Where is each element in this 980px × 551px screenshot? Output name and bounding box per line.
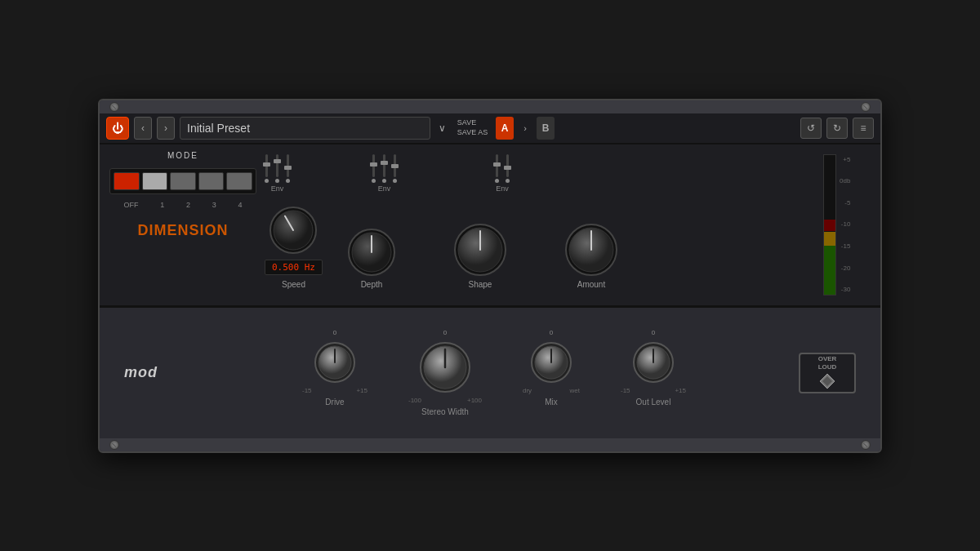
- top-bar: ⏻ ‹ › Initial Preset ∨ SAVE SAVE AS A › …: [100, 113, 880, 144]
- speed-knob-unit: 0.500 Hz Speed: [265, 206, 323, 289]
- overloud-logo: OVER LOUD: [799, 353, 856, 393]
- ab-a-button[interactable]: A: [496, 117, 514, 140]
- drive-knob[interactable]: [314, 341, 356, 384]
- shape-knob[interactable]: [453, 223, 507, 277]
- screw-tr: [861, 102, 871, 112]
- ab-arrow: ›: [519, 117, 532, 140]
- lower-section: mod 0 -15: [100, 308, 880, 438]
- vu-meter-section: +5 0db -5 -10 -15 -20 -30: [823, 154, 864, 295]
- drive-range: -15 +15: [302, 387, 368, 394]
- shape-slider-group: Env: [495, 154, 510, 193]
- speed-display: 0.500 Hz: [265, 260, 323, 275]
- mode-buttons: [109, 168, 256, 194]
- mode-4-btn[interactable]: [226, 172, 252, 190]
- rack-rail-top: [100, 100, 880, 113]
- mode-label: MODE: [109, 151, 256, 160]
- mix-range: dry wet: [523, 387, 580, 394]
- drive-knob-unit: 0 -15 +15: [302, 329, 368, 416]
- ab-b-button[interactable]: B: [537, 117, 555, 140]
- vu-scale: +5 0db -5 -10 -15 -20 -30: [840, 154, 850, 295]
- stereo-knob-unit: 0 -100 +100 Stereo Width: [408, 329, 482, 416]
- preset-name[interactable]: Initial Preset: [180, 117, 430, 140]
- outlevel-knob[interactable]: [632, 341, 675, 384]
- left-panel: MODE OFF 1 2 3 4 DIMENSION: [109, 151, 256, 295]
- mix-knob-unit: 0 dry wet Mix: [523, 329, 580, 416]
- speed-slider-2[interactable]: [275, 154, 279, 183]
- dimension-label: DIMENSION: [109, 222, 256, 239]
- next-icon: ›: [164, 122, 167, 134]
- shape-label: Shape: [469, 280, 492, 289]
- speed-slider-1[interactable]: [265, 154, 269, 183]
- mode-off-btn[interactable]: [114, 172, 140, 190]
- rack-rail-bottom: [100, 438, 880, 451]
- redo-button[interactable]: ↻: [826, 118, 848, 139]
- speed-knob[interactable]: [269, 206, 318, 255]
- save-group[interactable]: SAVE SAVE AS: [454, 118, 491, 137]
- shape-slider-1[interactable]: [495, 154, 499, 183]
- lower-knobs: 0 -15 +15: [189, 329, 799, 416]
- prev-icon: ‹: [141, 122, 145, 134]
- outlevel-knob-unit: 0 -15 +15 Out Level: [621, 329, 686, 416]
- speed-env-label: Env: [271, 184, 284, 193]
- depth-env-label: Env: [378, 184, 391, 193]
- stereo-label: Stereo Width: [421, 407, 469, 416]
- drive-label: Drive: [325, 398, 344, 407]
- amount-knob-unit: Amount: [564, 223, 618, 289]
- plugin-container: ⏻ ‹ › Initial Preset ∨ SAVE SAVE AS A › …: [98, 99, 882, 453]
- depth-knob-unit: Depth: [347, 228, 396, 289]
- amount-knob[interactable]: [564, 223, 618, 277]
- mode-labels: OFF 1 2 3 4: [109, 201, 256, 209]
- mix-knob[interactable]: [530, 341, 572, 384]
- preset-dropdown[interactable]: ∨: [435, 122, 449, 134]
- amount-label: Amount: [577, 280, 605, 289]
- brand-line1: OVER: [818, 356, 837, 362]
- depth-knob[interactable]: [347, 228, 396, 277]
- outlevel-range: -15 +15: [621, 387, 686, 394]
- depth-slider-group: Env: [372, 154, 397, 193]
- stereo-range: -100 +100: [408, 397, 482, 404]
- mix-label: Mix: [545, 398, 558, 407]
- depth-slider-2[interactable]: [382, 154, 386, 183]
- shape-knob-unit: Shape: [453, 223, 507, 289]
- upper-section: MODE OFF 1 2 3 4 DIMENSION: [100, 144, 880, 308]
- outlevel-label: Out Level: [636, 398, 671, 407]
- mode-2-btn[interactable]: [170, 172, 196, 190]
- brand-line2: LOUD: [818, 364, 837, 371]
- mode-3-btn[interactable]: [198, 172, 225, 190]
- sliders-row: Env: [265, 151, 871, 196]
- shape-env-label: Env: [496, 184, 509, 193]
- menu-button[interactable]: ≡: [853, 118, 874, 139]
- depth-slider-3[interactable]: [393, 154, 397, 183]
- undo-button[interactable]: ↺: [800, 118, 822, 139]
- next-button[interactable]: ›: [157, 117, 175, 140]
- stereo-knob[interactable]: [419, 341, 471, 393]
- depth-label: Depth: [361, 280, 383, 289]
- knobs-row: 0.500 Hz Speed Depth: [265, 199, 871, 295]
- depth-slider-1[interactable]: [372, 154, 376, 183]
- power-icon: ⏻: [112, 122, 123, 135]
- screw-tl: [109, 102, 119, 112]
- mode-1-btn[interactable]: [142, 172, 168, 190]
- speed-slider-3[interactable]: [286, 154, 290, 183]
- power-button[interactable]: ⏻: [106, 117, 129, 140]
- mod-label: mod: [124, 364, 189, 381]
- shape-slider-2[interactable]: [506, 154, 510, 183]
- speed-label: Speed: [282, 280, 305, 289]
- knobs-section: Env: [265, 151, 871, 295]
- screw-bl: [109, 440, 119, 450]
- vu-bar: [823, 154, 836, 295]
- prev-button[interactable]: ‹: [134, 117, 152, 140]
- screw-br: [861, 440, 871, 450]
- diamond-icon: [818, 372, 836, 390]
- speed-slider-group: Env: [265, 154, 290, 193]
